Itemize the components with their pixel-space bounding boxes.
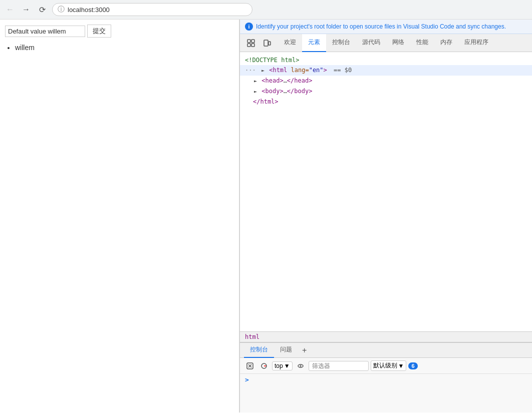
info-message: Identify your project's root folder to o… (256, 23, 506, 30)
inspect-element-button[interactable] (244, 36, 258, 50)
tab-application[interactable]: 应用程序 (458, 34, 494, 52)
breadcrumb-text: html (245, 333, 259, 340)
info-icon: i (245, 23, 253, 31)
tab-elements[interactable]: 元素 (302, 34, 326, 52)
html-close-bracket: > (324, 67, 327, 74)
svg-rect-5 (269, 42, 271, 45)
dom-tree: <!DOCTYPE html> ··· ► <html lang="en"> =… (240, 52, 532, 331)
level-dropdown-arrow: ▼ (398, 362, 404, 369)
address-bar: ⓘ localhost:3000 (52, 3, 252, 16)
level-label: 默认级别 (373, 361, 397, 370)
devtools-tabs: 欢迎 元素 控制台 源代码 网络 性能 内存 应用程序 (278, 34, 494, 52)
submit-button[interactable]: 提交 (87, 25, 111, 38)
dom-head-line[interactable]: ► <head>…</head> (240, 76, 532, 86)
dom-html-line[interactable]: ··· ► <html lang="en"> == $0 (240, 65, 532, 76)
tab-performance[interactable]: 性能 (410, 34, 434, 52)
info-bar: i Identify your project's root folder to… (240, 20, 532, 34)
html-open-tag: <html (269, 67, 291, 74)
clear-console-button[interactable] (244, 360, 256, 372)
secure-icon: ⓘ (58, 5, 65, 14)
dom-doctype-line: <!DOCTYPE html> (240, 55, 532, 65)
input-area: 提交 (5, 25, 234, 38)
console-tabs: 控制台 问题 + (240, 343, 532, 358)
list-item: willem (15, 44, 234, 52)
main-layout: 提交 willem i Identify your project's root… (0, 20, 532, 412)
dom-breadcrumb: html (240, 331, 532, 342)
lang-value: "en" (309, 67, 324, 74)
doctype-text: <!DOCTYPE html> (245, 57, 299, 64)
error-badge: 6 (408, 362, 417, 369)
add-tab-button[interactable]: + (298, 343, 311, 358)
reload-button[interactable]: ⟳ (36, 4, 48, 16)
devtools-toolbar: 欢迎 元素 控制台 源代码 网络 性能 内存 应用程序 (240, 34, 532, 52)
lang-attr: lang= (291, 67, 309, 74)
tab-memory[interactable]: 内存 (434, 34, 458, 52)
head-ellipsis: … (284, 77, 287, 84)
head-close-tag: </head> (287, 77, 313, 84)
console-tab-issues[interactable]: 问题 (274, 343, 298, 358)
tab-sources[interactable]: 源代码 (356, 34, 386, 52)
console-panel: 控制台 问题 + (240, 342, 532, 412)
equals-marker: == $0 (334, 67, 352, 74)
forward-button[interactable]: → (20, 4, 32, 16)
filter-button[interactable] (258, 360, 270, 372)
page-content: 提交 willem (0, 20, 239, 412)
head-arrow[interactable]: ► (254, 78, 257, 84)
svg-point-12 (300, 365, 301, 366)
body-arrow[interactable]: ► (254, 89, 257, 94)
tab-network[interactable]: 网络 (386, 34, 410, 52)
dom-html-close-line: </html> (240, 97, 532, 107)
tab-welcome[interactable]: 欢迎 (278, 34, 302, 52)
dom-body-line[interactable]: ► <body>…</body> (240, 86, 532, 97)
console-input-area: > (240, 374, 532, 385)
svg-rect-0 (247, 40, 250, 43)
back-button[interactable]: ← (4, 4, 16, 16)
console-prompt: > (245, 376, 249, 383)
console-filter-input[interactable] (309, 361, 369, 371)
top-dropdown-arrow: ▼ (284, 362, 290, 369)
top-label: top (275, 362, 283, 369)
top-context-selector[interactable]: top ▼ (272, 361, 293, 370)
head-tag: <head> (261, 77, 283, 84)
svg-rect-3 (251, 44, 254, 47)
svg-rect-1 (251, 40, 254, 43)
svg-rect-2 (247, 44, 250, 47)
dots-marker: ··· (245, 67, 256, 74)
svg-rect-4 (264, 40, 268, 46)
body-close-tag: </body> (287, 88, 313, 95)
console-toolbar: top ▼ 默认级别 ▼ 6 (240, 358, 532, 374)
tab-console[interactable]: 控制台 (326, 34, 356, 52)
browser-chrome: ← → ⟳ ⓘ localhost:3000 (0, 0, 532, 20)
log-level-selector[interactable]: 默认级别 ▼ (371, 360, 407, 371)
console-tab-console[interactable]: 控制台 (244, 343, 274, 358)
expand-arrow[interactable]: ► (261, 68, 264, 73)
devtools-panel: i Identify your project's root folder to… (239, 20, 532, 412)
device-toolbar-button[interactable] (260, 36, 274, 50)
html-close-tag: </html> (245, 98, 279, 105)
url-text: localhost:3000 (68, 6, 110, 14)
default-value-input[interactable] (5, 26, 85, 37)
body-tag: <body> (261, 88, 283, 95)
eye-button[interactable] (295, 360, 307, 372)
body-ellipsis: … (284, 88, 287, 95)
